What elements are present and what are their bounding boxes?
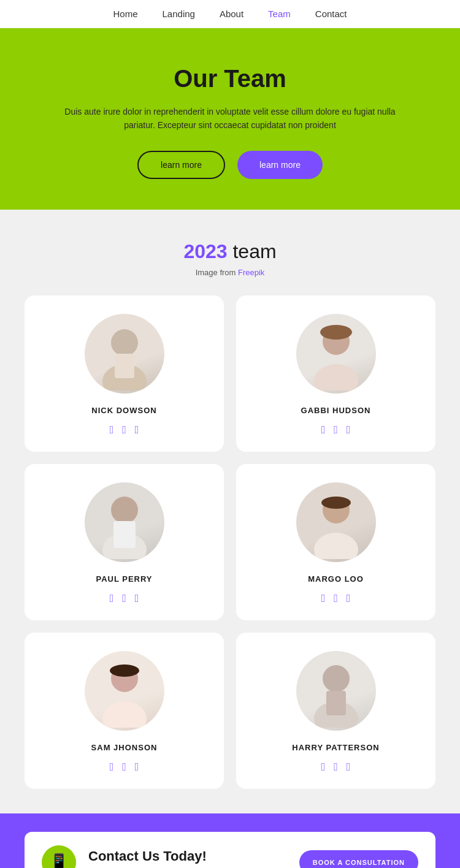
facebook-icon-sam[interactable]:  (110, 761, 114, 774)
instagram-icon-sam[interactable]:  (135, 761, 139, 774)
avatar-sam (85, 651, 164, 731)
contact-icon-wrap: 📱 (42, 845, 76, 868)
avatar-margo (296, 482, 376, 562)
facebook-icon-harry[interactable]:  (321, 761, 326, 774)
nav-team[interactable]: Team (268, 9, 291, 19)
member-name-harry: HARRY PATTERSON (292, 743, 379, 752)
svg-point-0 (111, 329, 138, 356)
twitter-icon-nick[interactable]:  (122, 424, 126, 436)
navigation: Home Landing About Team Contact (0, 0, 460, 28)
twitter-icon-gabbi[interactable]:  (334, 424, 338, 436)
image-credit: Image from Freepik (25, 268, 435, 277)
member-name-gabbi: GABBI HUDSON (301, 406, 371, 415)
team-card-harry: HARRY PATTERSON    (236, 633, 435, 789)
member-name-margo: MARGO LOO (308, 574, 364, 584)
social-icons-nick:    (110, 424, 139, 436)
contact-box: 📱 Contact Us Today! Call us today +1 777… (25, 832, 435, 868)
team-card-sam: SAM JHONSON    (25, 633, 224, 789)
book-consultation-button[interactable]: BOOK A CONSULTATION (299, 850, 418, 868)
social-icons-paul:    (110, 592, 139, 605)
contact-title: Contact Us Today! (88, 848, 287, 864)
svg-rect-2 (115, 354, 134, 378)
facebook-icon-gabbi[interactable]:  (321, 424, 326, 436)
twitter-icon-paul[interactable]:  (122, 592, 126, 605)
contact-banner: 📱 Contact Us Today! Call us today +1 777… (0, 813, 460, 868)
team-card-paul: PAUL PERRY    (25, 464, 224, 620)
social-icons-margo:    (321, 592, 351, 605)
freepik-link[interactable]: Freepik (238, 268, 264, 277)
nav-landing[interactable]: Landing (163, 9, 195, 19)
member-name-sam: SAM JHONSON (91, 743, 158, 752)
hero-section: Our Team Duis aute irure dolor in repreh… (0, 28, 460, 210)
team-heading: 2023 team (25, 240, 435, 263)
team-card-gabbi: GABBI HUDSON    (236, 295, 435, 452)
svg-point-5 (320, 325, 352, 340)
svg-point-11 (321, 497, 351, 509)
instagram-icon-nick[interactable]:  (135, 424, 139, 436)
instagram-icon-paul[interactable]:  (135, 592, 139, 605)
svg-point-4 (314, 364, 358, 390)
learn-more-filled-button[interactable]: learn more (237, 151, 323, 179)
avatar-gabbi (296, 314, 376, 394)
nav-contact[interactable]: Contact (315, 9, 347, 19)
avatar-paul (85, 482, 164, 562)
team-word: team (232, 240, 276, 262)
hero-title: Our Team (61, 65, 399, 93)
phone-icon: 📱 (49, 853, 69, 868)
svg-rect-17 (326, 691, 346, 715)
team-grid: NICK DOWSON    GABBI HUDSON    (25, 295, 435, 789)
instagram-icon-harry[interactable]:  (347, 761, 351, 774)
avatar-harry (296, 651, 376, 731)
social-icons-gabbi:    (321, 424, 351, 436)
facebook-icon-nick[interactable]:  (110, 424, 114, 436)
member-name-paul: PAUL PERRY (96, 574, 152, 584)
team-section: 2023 team Image from Freepik NICK DOWSON… (0, 210, 460, 813)
svg-point-15 (323, 665, 350, 692)
facebook-icon-margo[interactable]:  (321, 592, 326, 605)
instagram-icon-margo[interactable]:  (347, 592, 351, 605)
nav-about[interactable]: About (220, 9, 243, 19)
social-icons-harry:    (321, 761, 351, 774)
svg-point-6 (111, 497, 138, 523)
nav-home[interactable]: Home (113, 9, 138, 19)
contact-text: Contact Us Today! Call us today +1 777 0… (88, 848, 287, 868)
twitter-icon-margo[interactable]:  (334, 592, 338, 605)
svg-point-13 (102, 701, 147, 728)
team-card-nick: NICK DOWSON    (25, 295, 224, 452)
avatar-nick (85, 314, 164, 394)
svg-rect-8 (113, 521, 136, 548)
twitter-icon-sam[interactable]:  (122, 761, 126, 774)
team-card-margo: MARGO LOO    (236, 464, 435, 620)
team-year: 2023 (183, 240, 227, 262)
member-name-nick: NICK DOWSON (91, 406, 156, 415)
twitter-icon-harry[interactable]:  (334, 761, 338, 774)
social-icons-sam:    (110, 761, 139, 774)
facebook-icon-paul[interactable]:  (110, 592, 114, 605)
learn-more-outline-button[interactable]: learn more (137, 151, 225, 179)
hero-buttons: learn more learn more (61, 151, 399, 179)
instagram-icon-gabbi[interactable]:  (347, 424, 351, 436)
hero-description: Duis aute irure dolor in reprehenderit i… (61, 105, 399, 132)
svg-point-14 (110, 664, 139, 677)
svg-point-10 (314, 533, 358, 559)
